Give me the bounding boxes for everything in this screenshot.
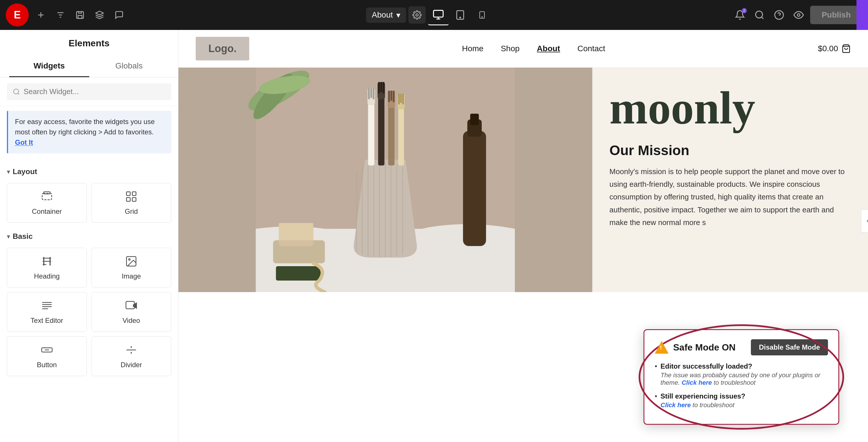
nav-about[interactable]: About	[537, 44, 560, 53]
svg-rect-62	[373, 88, 374, 99]
widget-heading[interactable]: Heading	[7, 248, 87, 287]
safe-mode-items: Editor successfully loaded? The issue wa…	[655, 362, 828, 409]
svg-line-17	[762, 17, 764, 19]
mission-text: Moonly's mission is to help people suppo…	[610, 165, 851, 229]
svg-rect-75	[398, 94, 400, 104]
container-icon	[40, 190, 53, 204]
troubleshoot-link-2[interactable]: Click here	[660, 402, 691, 409]
panel-header: Elements Widgets Globals	[0, 30, 178, 77]
hero-right: moonly Our Mission Moonly's mission is t…	[592, 68, 868, 292]
divider-label: Divider	[121, 361, 142, 369]
desktop-device-button[interactable]	[428, 5, 449, 25]
svg-rect-70	[388, 91, 390, 102]
heading-label: Heading	[34, 272, 60, 280]
top-bar-center: About ▾	[131, 5, 727, 25]
grid-label: Grid	[125, 208, 138, 216]
safe-mode-item-1-title: Editor successfully loaded?	[660, 362, 752, 370]
button-label: Button	[37, 361, 57, 369]
svg-rect-9	[433, 10, 443, 17]
widget-divider[interactable]: Divider	[92, 337, 172, 376]
svg-rect-71	[391, 91, 392, 101]
warning-icon	[655, 341, 669, 354]
disable-safe-mode-button[interactable]: Disable Safe Mode	[751, 339, 828, 355]
widget-grid[interactable]: Grid	[92, 183, 172, 223]
panel-title: Elements	[9, 38, 169, 56]
brand-name: moonly	[610, 85, 851, 131]
search-area	[0, 77, 178, 106]
nav-contact[interactable]: Contact	[577, 44, 605, 53]
svg-rect-72	[393, 91, 395, 102]
svg-rect-27	[127, 198, 130, 201]
text-editor-label: Text Editor	[31, 317, 63, 325]
search-box	[7, 83, 171, 100]
svg-rect-25	[127, 192, 130, 196]
page-name: About	[372, 10, 393, 20]
hero-scene-svg	[179, 68, 592, 292]
save-icon[interactable]	[72, 7, 88, 23]
svg-rect-66	[380, 82, 382, 92]
hint-box: For easy access, favorite the widgets yo…	[7, 111, 171, 153]
filters-icon[interactable]	[53, 7, 68, 23]
settings-button[interactable]	[408, 6, 426, 24]
svg-rect-28	[132, 198, 136, 201]
button-icon	[40, 344, 53, 357]
tablet-device-button[interactable]	[450, 5, 470, 25]
search-input[interactable]	[24, 87, 165, 96]
device-switcher	[428, 5, 492, 25]
got-it-link[interactable]: Got It	[15, 138, 33, 146]
cart-amount: $0.00	[818, 44, 838, 53]
publish-button[interactable]: Publish	[810, 6, 862, 24]
svg-marker-36	[133, 303, 137, 308]
tab-globals[interactable]: Globals	[89, 56, 169, 77]
cart-area[interactable]: $0.00	[818, 44, 851, 53]
widget-container[interactable]: Container	[7, 183, 87, 223]
site-nav: Home Shop About Contact	[462, 44, 605, 53]
divider-icon	[125, 344, 137, 357]
heading-icon	[40, 255, 53, 269]
elementor-logo[interactable]: E	[6, 3, 29, 27]
layout-section-header[interactable]: ▾ Layout	[0, 163, 178, 181]
add-widget-button[interactable]	[33, 7, 48, 23]
site-logo[interactable]: Logo.	[196, 37, 249, 60]
widget-button[interactable]: Button	[7, 337, 87, 376]
layers-icon[interactable]	[92, 7, 107, 23]
svg-rect-60	[368, 88, 370, 99]
image-label: Image	[122, 272, 141, 280]
svg-rect-67	[383, 82, 384, 94]
panel-tabs: Widgets Globals	[9, 56, 169, 77]
svg-point-30	[129, 259, 130, 260]
svg-rect-78	[463, 131, 486, 246]
safe-mode-popup: Safe Mode ON Disable Safe Mode Editor su…	[644, 329, 839, 425]
svg-point-13	[460, 17, 461, 18]
svg-rect-61	[370, 88, 372, 98]
preview-button[interactable]	[790, 7, 807, 23]
svg-rect-77	[402, 94, 404, 104]
widget-text-editor[interactable]: Text Editor	[7, 292, 87, 332]
basic-section-label: Basic	[13, 232, 33, 241]
basic-section-header[interactable]: ▾ Basic	[0, 227, 178, 246]
page-selector[interactable]: About ▾	[366, 7, 406, 23]
top-bar-right: 2 Publish	[732, 6, 862, 24]
text-editor-icon	[40, 299, 53, 313]
tab-widgets[interactable]: Widgets	[9, 56, 89, 77]
svg-rect-6	[78, 15, 82, 19]
help-button[interactable]	[771, 7, 787, 23]
svg-point-15	[482, 17, 482, 17]
mobile-device-button[interactable]	[472, 5, 492, 25]
nav-home[interactable]: Home	[462, 44, 484, 53]
comments-icon[interactable]	[112, 7, 127, 23]
left-panel: Elements Widgets Globals For easy access…	[0, 30, 179, 442]
notifications-button[interactable]: 2	[732, 7, 748, 23]
safe-mode-item-2-title: Still experiencing issues?	[660, 392, 745, 400]
widget-image[interactable]: Image	[92, 248, 172, 287]
nav-shop[interactable]: Shop	[501, 44, 520, 53]
search-button[interactable]	[751, 7, 768, 23]
notification-count: 2	[742, 8, 747, 13]
hero-section: moonly Our Mission Moonly's mission is t…	[179, 68, 868, 292]
panel-collapse-handle[interactable]	[861, 210, 868, 232]
top-bar: E About ▾	[0, 0, 868, 30]
svg-rect-23	[42, 193, 52, 200]
troubleshoot-link-1[interactable]: Click here	[682, 379, 712, 386]
svg-line-22	[18, 93, 19, 95]
widget-video[interactable]: Video	[92, 292, 172, 332]
